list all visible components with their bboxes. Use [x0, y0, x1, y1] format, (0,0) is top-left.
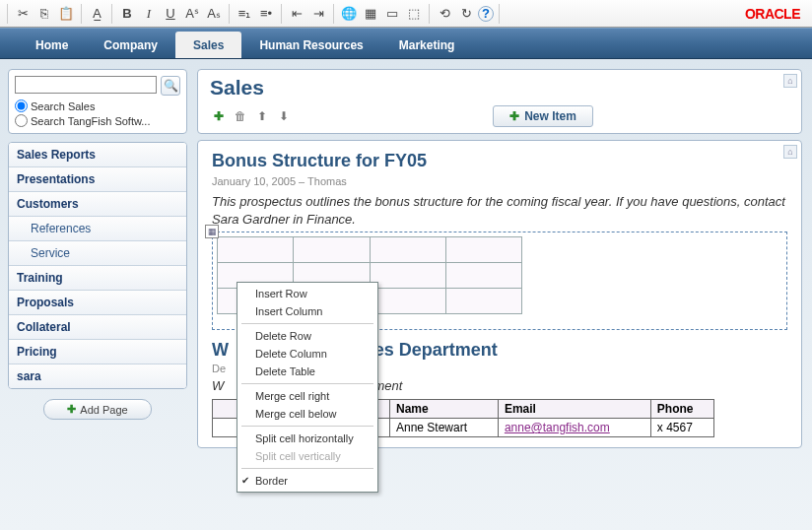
- unordered-list-button[interactable]: ≡•: [256, 4, 276, 24]
- nav-hr[interactable]: Human Resources: [241, 32, 380, 58]
- ctx-insert-column[interactable]: Insert Column: [237, 302, 377, 320]
- col-name: Name: [390, 400, 499, 419]
- ctx-split-cell-vertically: Split cell vertically: [237, 447, 377, 465]
- sidebar-item-proposals[interactable]: Proposals: [9, 291, 186, 315]
- nav-marketing[interactable]: Marketing: [381, 32, 473, 58]
- sidebar-item-collateral[interactable]: Collateral: [9, 315, 186, 340]
- down-icon[interactable]: ⬇: [275, 107, 293, 125]
- sidebar-item-sales-reports[interactable]: Sales Reports: [9, 143, 186, 167]
- outdent-button[interactable]: ⇤: [287, 4, 306, 24]
- cell-phone: x 4567: [650, 419, 713, 437]
- oracle-logo: ORACLE: [745, 6, 808, 22]
- sidebar-item-training[interactable]: Training: [9, 266, 186, 291]
- ctx-delete-column[interactable]: Delete Column: [237, 345, 377, 363]
- ctx-delete-row[interactable]: Delete Row: [237, 327, 377, 345]
- copy-icon[interactable]: ⎘: [34, 4, 54, 24]
- cell-email: anne@tangfish.com: [498, 419, 650, 437]
- trash-icon[interactable]: 🗑: [232, 107, 249, 125]
- refresh-icon[interactable]: ↻: [456, 4, 476, 24]
- object-icon[interactable]: ⬚: [404, 4, 424, 24]
- search-panel: 🔍 Search Sales Search TangFish Softw...: [8, 69, 187, 134]
- email-link[interactable]: anne@tangfish.com: [505, 421, 610, 434]
- search-input[interactable]: [15, 76, 157, 94]
- paste-icon[interactable]: 📋: [56, 4, 76, 24]
- new-item-button[interactable]: ✚ New Item: [493, 105, 593, 127]
- search-button[interactable]: 🔍: [161, 76, 180, 96]
- ctx-merge-cell-below[interactable]: Merge cell below: [237, 405, 377, 423]
- sidebar-item-sara[interactable]: sara: [9, 364, 186, 388]
- bold-button[interactable]: B: [117, 4, 137, 24]
- col-email: Email: [498, 400, 650, 419]
- nav-sales[interactable]: Sales: [175, 32, 241, 58]
- globe-icon[interactable]: 🌐: [339, 4, 359, 24]
- panel-expand-icon[interactable]: ⌂: [783, 74, 797, 88]
- image-icon[interactable]: ▭: [382, 4, 402, 24]
- up-icon[interactable]: ⬆: [253, 107, 271, 125]
- add-icon[interactable]: ✚: [210, 107, 228, 125]
- new-item-label: New Item: [524, 109, 576, 123]
- ctx-merge-cell-right[interactable]: Merge cell right: [237, 387, 377, 405]
- sidebar: 🔍 Search Sales Search TangFish Softw... …: [0, 59, 195, 530]
- italic-button[interactable]: I: [139, 4, 159, 24]
- table-context-menu: Insert RowInsert ColumnDelete RowDelete …: [237, 282, 378, 493]
- ctx-insert-row[interactable]: Insert Row: [237, 285, 377, 302]
- sidebar-item-service[interactable]: Service: [9, 241, 186, 266]
- underline-button[interactable]: U: [161, 4, 180, 24]
- help-icon[interactable]: ?: [478, 6, 494, 22]
- add-page-label: Add Page: [80, 404, 127, 416]
- plus-icon: ✚: [67, 403, 76, 416]
- subscript-button[interactable]: Aₛ: [204, 4, 224, 24]
- sidebar-nav: Sales Reports Presentations Customers Re…: [8, 142, 187, 389]
- superscript-button[interactable]: Aˢ: [182, 4, 202, 24]
- formatting-toolbar: ✂ ⎘ 📋 A̲ B I U Aˢ Aₛ ≡₁ ≡• ⇤ ⇥ 🌐 ▦ ▭ ⬚ ⟲…: [0, 0, 812, 28]
- sidebar-item-pricing[interactable]: Pricing: [9, 340, 186, 364]
- panel-expand-icon[interactable]: ⌂: [783, 145, 797, 159]
- search-scope-all[interactable]: Search TangFish Softw...: [15, 114, 180, 127]
- nav-company[interactable]: Company: [86, 32, 175, 58]
- col-phone: Phone: [650, 400, 713, 419]
- plus-icon: ✚: [509, 109, 519, 123]
- ordered-list-button[interactable]: ≡₁: [235, 4, 254, 24]
- action-bar: ✚ 🗑 ⬆ ⬇ ✚ New Item: [210, 103, 789, 129]
- cell-name: Anne Stewart: [390, 419, 499, 437]
- nav-home[interactable]: Home: [18, 32, 86, 58]
- add-page-button[interactable]: ✚ Add Page: [43, 399, 152, 420]
- sidebar-item-references[interactable]: References: [9, 217, 186, 241]
- sidebar-item-presentations[interactable]: Presentations: [9, 167, 186, 192]
- sidebar-item-customers[interactable]: Customers: [9, 192, 186, 217]
- doc1-body[interactable]: This prospectus outlines the bonus struc…: [212, 193, 787, 228]
- cut-icon[interactable]: ✂: [13, 4, 33, 24]
- search-scope-sales[interactable]: Search Sales: [15, 99, 180, 112]
- ctx-delete-table[interactable]: Delete Table: [237, 363, 377, 380]
- page-title: Sales: [210, 76, 789, 99]
- main-nav: Home Company Sales Human Resources Marke…: [0, 28, 812, 59]
- table-handle-icon[interactable]: ▦: [205, 225, 219, 238]
- doc1-title: Bonus Structure for FY05: [212, 151, 787, 171]
- convert-icon[interactable]: ⟲: [435, 4, 454, 24]
- format-icon[interactable]: A̲: [87, 4, 106, 24]
- indent-button[interactable]: ⇥: [308, 4, 328, 24]
- table-icon[interactable]: ▦: [361, 4, 380, 24]
- ctx-border[interactable]: Border: [237, 472, 377, 490]
- doc1-meta: January 10, 2005 – Thomas: [212, 175, 787, 187]
- ctx-split-cell-horizontally[interactable]: Split cell horizontally: [237, 430, 377, 447]
- page-header-panel: ⌂ Sales ✚ 🗑 ⬆ ⬇ ✚ New Item: [197, 69, 802, 134]
